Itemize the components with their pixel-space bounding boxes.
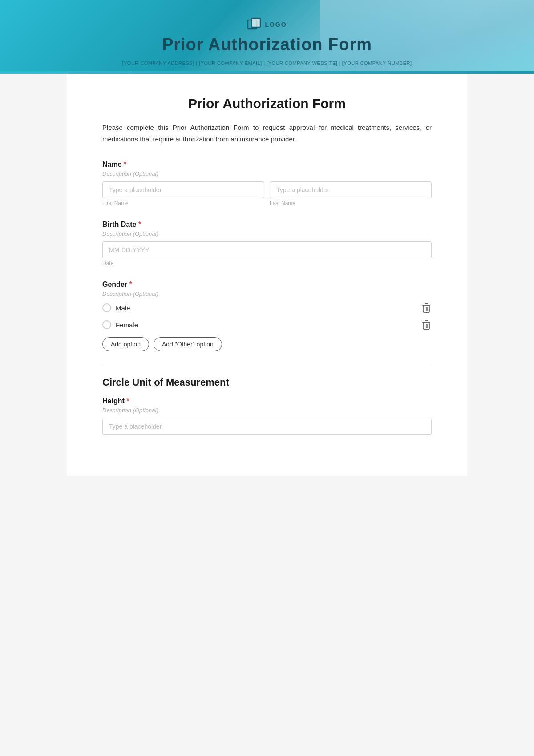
svg-rect-1 — [251, 18, 260, 27]
last-name-input[interactable] — [270, 181, 432, 198]
last-name-wrapper: Last Name — [270, 181, 432, 206]
field-group-birthdate: Birth Date * Description (Optional) Date — [102, 221, 432, 266]
birthdate-input-row: Date — [102, 241, 432, 266]
field-label-name: Name * — [102, 161, 432, 169]
height-wrapper — [102, 418, 432, 435]
svg-rect-3 — [425, 303, 428, 304]
page-header: LOGO Prior Authorization Form [YOUR COMP… — [0, 0, 534, 71]
logo-icon — [247, 17, 261, 32]
radio-left-female: Female — [102, 320, 138, 329]
date-sublabel: Date — [102, 260, 432, 266]
field-label-birthdate: Birth Date * — [102, 221, 432, 229]
last-name-sublabel: Last Name — [270, 200, 432, 206]
first-name-input[interactable] — [102, 181, 264, 198]
date-wrapper: Date — [102, 241, 432, 266]
header-title: Prior Authorization Form — [162, 35, 372, 54]
date-input[interactable] — [102, 241, 432, 258]
field-desc-height: Description (Optional) — [102, 407, 432, 414]
required-marker: * — [122, 161, 127, 168]
radio-item-female: Female — [102, 318, 432, 331]
form-description: Please complete this Prior Authorization… — [102, 122, 432, 145]
radio-circle-male[interactable] — [102, 303, 111, 312]
section-heading: Circle Unit of Measurement — [102, 377, 432, 388]
height-input[interactable] — [102, 418, 432, 435]
required-marker-bd: * — [136, 221, 141, 228]
form-title: Prior Authorization Form — [102, 96, 432, 111]
add-option-row: Add option Add "Other" option — [102, 337, 432, 351]
required-marker-g: * — [127, 281, 132, 288]
field-group-gender: Gender * Description (Optional) Male — [102, 281, 432, 351]
radio-item-male: Male — [102, 302, 432, 314]
field-desc-name: Description (Optional) — [102, 170, 432, 177]
main-content: Prior Authorization Form Please complete… — [67, 74, 467, 476]
field-desc-birthdate: Description (Optional) — [102, 230, 432, 237]
radio-label-male: Male — [116, 304, 130, 312]
field-label-height: Height * — [102, 397, 432, 405]
first-name-sublabel: First Name — [102, 200, 264, 206]
field-label-gender: Gender * — [102, 281, 432, 289]
gender-radio-group: Male Female — [102, 302, 432, 331]
add-option-button[interactable]: Add option — [102, 337, 149, 351]
radio-left-male: Male — [102, 303, 130, 312]
header-contact: [YOUR COMPANY ADDRESS] | [YOUR COMPANY E… — [0, 60, 534, 66]
add-other-option-button[interactable]: Add "Other" option — [154, 337, 222, 351]
svg-rect-9 — [425, 320, 428, 321]
field-group-name: Name * Description (Optional) First Name… — [102, 161, 432, 206]
name-input-row: First Name Last Name — [102, 181, 432, 206]
section-divider — [102, 366, 432, 366]
height-input-row — [102, 418, 432, 435]
required-marker-h: * — [125, 397, 129, 405]
field-desc-gender: Description (Optional) — [102, 290, 432, 297]
header-content: LOGO Prior Authorization Form — [162, 17, 372, 54]
delete-icon-male[interactable] — [421, 302, 432, 313]
radio-circle-female[interactable] — [102, 320, 111, 329]
logo-area: LOGO — [162, 17, 372, 32]
delete-icon-female[interactable] — [421, 319, 432, 330]
logo-text: LOGO — [265, 21, 287, 28]
first-name-wrapper: First Name — [102, 181, 264, 206]
radio-label-female: Female — [116, 321, 138, 329]
field-group-height: Height * Description (Optional) — [102, 397, 432, 435]
